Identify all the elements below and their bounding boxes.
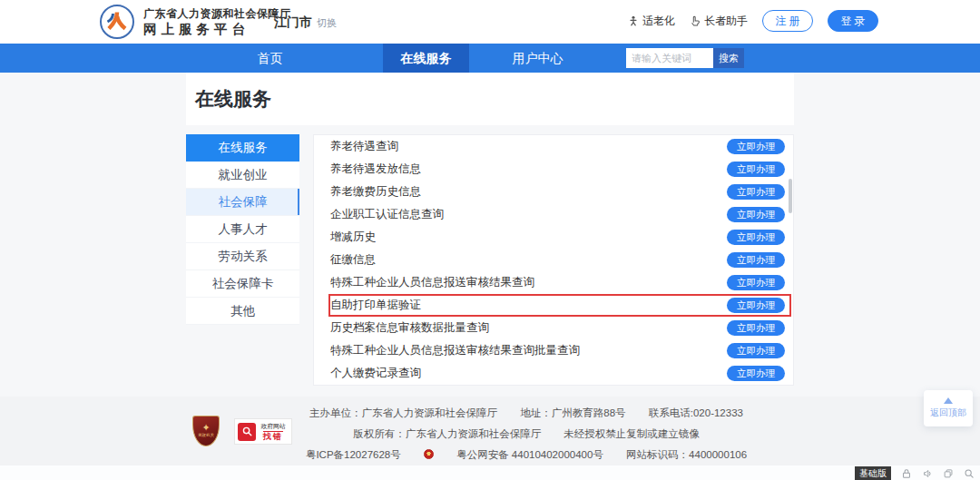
- gov-badge-star-icon: ✦: [201, 423, 210, 432]
- footer-site-code: 网站标识码：4400000106: [626, 449, 747, 460]
- title-band: 在线服务: [186, 73, 794, 125]
- service-apply-button[interactable]: 立即办理: [727, 320, 785, 337]
- footer-police-link[interactable]: 粤公网安备 44010402000400号: [456, 449, 603, 460]
- service-name: 养老缴费历史信息: [330, 184, 421, 200]
- magnifier-icon[interactable]: [964, 468, 975, 479]
- nav-tabs: 首页 在线服务 用户中心: [227, 44, 581, 73]
- brand-titles: 广东省人力资源和社会保障厅 网上服务平台: [143, 7, 291, 37]
- page-root: 广东省人力资源和社会保障厅 网上服务平台 江门市 切换 适老化 长者助手 注册 …: [0, 0, 980, 480]
- site-header: 广东省人力资源和社会保障厅 网上服务平台 江门市 切换 适老化 长者助手 注册 …: [0, 0, 980, 44]
- nav-tab[interactable]: 用户中心: [495, 44, 581, 73]
- nav-tab[interactable]: 首页: [227, 44, 313, 73]
- service-row: 个人缴费记录查询 立即办理: [314, 362, 793, 385]
- gov-agency-badge: ✦ 党政机关: [192, 416, 220, 446]
- service-row: 增减历史 立即办理: [314, 226, 793, 249]
- bottom-toolbar: 基础版: [855, 466, 975, 480]
- accessibility-label: 适老化: [642, 14, 675, 29]
- accessibility-icon: [628, 15, 639, 26]
- platform-name: 网上服务平台: [143, 21, 291, 37]
- site-footer: ✦ 党政机关 政府网站 找错 主办单位：广东省人力资源和社会保障厅 地址：广州教…: [0, 397, 980, 465]
- service-apply-button[interactable]: 立即办理: [727, 162, 785, 178]
- elder-helper-label: 长者助手: [704, 14, 748, 29]
- service-row: 养老待遇发放信息 立即办理: [314, 158, 793, 181]
- sidebar-item[interactable]: 劳动关系: [186, 243, 299, 270]
- service-name: 自助打印单据验证: [330, 298, 421, 313]
- login-button[interactable]: 登录: [828, 10, 878, 32]
- speaker-icon[interactable]: [922, 468, 933, 479]
- copy-window-icon[interactable]: [943, 468, 954, 479]
- service-row: 特殊工种企业人员信息报送审核结果查询 立即办理: [314, 271, 793, 294]
- service-apply-button[interactable]: 立即办理: [727, 230, 785, 246]
- header-actions: 适老化 长者助手 注册 登录: [628, 10, 878, 32]
- service-apply-button[interactable]: 立即办理: [727, 207, 785, 223]
- service-name: 特殊工种企业人员信息报送审核结果查询批量查询: [330, 343, 580, 358]
- org-name: 广东省人力资源和社会保障厅: [143, 7, 291, 20]
- service-apply-button[interactable]: 立即办理: [727, 298, 785, 314]
- service-apply-button[interactable]: 立即办理: [727, 343, 785, 359]
- service-row: 特殊工种企业人员信息报送审核结果查询批量查询 立即办理: [314, 339, 793, 362]
- city-selector: 江门市 切换: [274, 15, 337, 31]
- service-name: 养老待遇查询: [330, 139, 398, 154]
- sidebar: 在线服务 就业创业 社会保障 人事人才 劳动关系 社会保障卡 其他: [186, 134, 299, 325]
- service-name: 企业职工认证信息查询: [330, 207, 444, 222]
- lock-icon[interactable]: [901, 468, 912, 479]
- service-row: 自助打印单据验证 立即办理: [314, 294, 793, 317]
- footer-notice: 未经授权禁止复制或建立镜像: [564, 428, 700, 439]
- service-name: 征缴信息: [330, 252, 376, 268]
- footer-icp-link[interactable]: 粤ICP备12027628号: [306, 449, 401, 460]
- service-apply-button[interactable]: 立即办理: [727, 139, 785, 155]
- service-name: 历史档案信息审核数据批量查询: [330, 320, 489, 336]
- site-logo: [100, 5, 134, 39]
- gov-badge-label: 党政机关: [198, 434, 214, 437]
- up-triangle-icon: [944, 397, 953, 404]
- back-to-top-label: 返回顶部: [930, 407, 966, 419]
- service-name: 养老待遇发放信息: [330, 162, 421, 177]
- footer-text: 主办单位：广东省人力资源和社会保障厅 地址：广州教育路88号 联系电话:020-…: [227, 407, 826, 469]
- page-title: 在线服务: [195, 86, 271, 112]
- service-row: 历史档案信息审核数据批量查询 立即办理: [314, 317, 793, 339]
- service-row: 征缴信息 立即办理: [314, 249, 793, 271]
- footer-copyright: 版权所有：广东省人力资源和社会保障厅: [353, 428, 541, 439]
- search-input[interactable]: [626, 48, 713, 68]
- nav-tab[interactable]: 在线服务: [383, 44, 469, 73]
- sidebar-item[interactable]: 社会保障卡: [186, 270, 299, 298]
- national-emblem-icon: [424, 449, 434, 459]
- search-box: 搜索: [626, 48, 744, 68]
- service-row: 企业职工认证信息查询 立即办理: [314, 203, 793, 226]
- footer-phone: 联系电话:020-12333: [649, 407, 743, 418]
- search-button[interactable]: 搜索: [713, 48, 744, 68]
- service-apply-button[interactable]: 立即办理: [727, 366, 785, 382]
- service-apply-button[interactable]: 立即办理: [727, 275, 785, 291]
- sidebar-item[interactable]: 其他: [186, 298, 299, 325]
- main-nav: 首页 在线服务 用户中心 搜索: [0, 44, 980, 73]
- version-badge: 基础版: [855, 466, 891, 480]
- service-apply-button[interactable]: 立即办理: [727, 252, 785, 269]
- sidebar-item[interactable]: 在线服务: [186, 134, 299, 162]
- city-switch-link[interactable]: 切换: [317, 16, 337, 30]
- footer-line-2: 版权所有：广东省人力资源和社会保障厅 未经授权禁止复制或建立镜像: [227, 427, 826, 441]
- register-button[interactable]: 注册: [762, 10, 813, 32]
- footer-line-3: 粤ICP备12027628号 粤公网安备 44010402000400号 网站标…: [227, 448, 826, 462]
- footer-line-1: 主办单位：广东省人力资源和社会保障厅 地址：广州教育路88号 联系电话:020-…: [227, 407, 826, 420]
- sidebar-item[interactable]: 社会保障: [186, 189, 299, 216]
- bottom-strip: 基础版: [0, 465, 980, 480]
- sidebar-item[interactable]: 人事人才: [186, 216, 299, 243]
- city-name: 江门市: [274, 15, 312, 31]
- elder-helper-link[interactable]: 长者助手: [690, 14, 748, 29]
- service-name: 增减历史: [330, 230, 376, 245]
- logo-emblem-icon: [103, 8, 131, 35]
- footer-host: 主办单位：广东省人力资源和社会保障厅: [309, 407, 497, 418]
- back-to-top-button[interactable]: 返回顶部: [924, 390, 973, 426]
- accessibility-mode-link[interactable]: 适老化: [628, 14, 675, 29]
- service-name: 特殊工种企业人员信息报送审核结果查询: [330, 275, 534, 290]
- hand-icon: [690, 15, 701, 26]
- sidebar-item[interactable]: 就业创业: [186, 162, 299, 189]
- service-list: 养老待遇查询 立即办理 养老待遇发放信息 立即办理 养老缴费历史信息 立即办理 …: [313, 134, 794, 386]
- service-row: 养老待遇查询 立即办理: [314, 135, 793, 158]
- service-name: 个人缴费记录查询: [330, 366, 421, 381]
- service-row: 养老缴费历史信息 立即办理: [314, 181, 793, 203]
- service-apply-button[interactable]: 立即办理: [727, 184, 785, 201]
- footer-address: 地址：广州教育路88号: [520, 407, 625, 418]
